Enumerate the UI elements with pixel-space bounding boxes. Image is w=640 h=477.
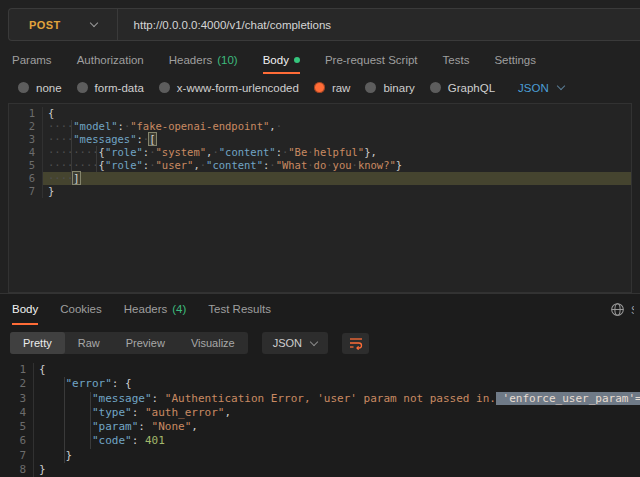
tab-label: Settings <box>494 54 536 66</box>
code-line[interactable]: 7} <box>9 185 631 198</box>
code-line[interactable]: 5 "param": "None", <box>0 420 640 434</box>
line-number: 3 <box>0 392 34 406</box>
body-modified-dot-icon <box>294 57 300 63</box>
body-type-bar: none form-data x-www-form-urlencoded raw… <box>0 74 640 101</box>
tab-label: Pre-request Script <box>325 54 418 66</box>
body-type-none[interactable]: none <box>18 82 62 94</box>
radio-icon <box>365 82 376 93</box>
response-format-dropdown[interactable]: JSON <box>262 332 328 354</box>
code-line[interactable]: 6····] <box>9 172 631 185</box>
response-header-right: S <box>610 294 640 325</box>
tab-settings[interactable]: Settings <box>494 47 536 74</box>
wrap-text-button[interactable] <box>342 333 369 354</box>
view-pretty[interactable]: Pretty <box>10 332 65 354</box>
line-number: 1 <box>0 363 34 377</box>
code-line[interactable]: 4 "type": "auth_error", <box>0 406 640 420</box>
body-type-label: form-data <box>95 82 144 94</box>
line-number: 2 <box>0 377 34 391</box>
response-tab-body[interactable]: Body <box>12 294 38 325</box>
tab-params[interactable]: Params <box>12 47 52 74</box>
code-line[interactable]: 1{ <box>0 363 640 377</box>
body-type-label: x-www-form-urlencoded <box>177 82 299 94</box>
response-tab-headers[interactable]: Headers (4) <box>124 294 187 325</box>
code-line[interactable]: 8} <box>0 463 640 477</box>
view-preview[interactable]: Preview <box>113 332 178 354</box>
radio-icon <box>18 82 29 93</box>
line-number: 3 <box>9 133 43 146</box>
line-number: 6 <box>0 434 34 448</box>
body-type-label: none <box>36 82 62 94</box>
tab-label: Headers <box>124 303 167 315</box>
body-type-binary[interactable]: binary <box>365 82 414 94</box>
tab-label: Authorization <box>77 54 144 66</box>
response-code[interactable]: 1{2 "error": {3 "message": "Authenticati… <box>0 363 640 477</box>
chevron-down-icon <box>556 82 564 90</box>
tab-label: Cookies <box>60 303 102 315</box>
request-tabs: Params Authorization Headers (10) Body P… <box>0 47 640 74</box>
code-line[interactable]: 3 "message": "Authentication Error, 'use… <box>0 392 640 406</box>
view-visualize[interactable]: Visualize <box>178 332 248 354</box>
body-type-raw[interactable]: raw <box>314 82 351 94</box>
view-raw[interactable]: Raw <box>65 332 113 354</box>
raw-format-value: JSON <box>518 82 549 94</box>
code-line[interactable]: 5········{"role":·"user",·"content":·"Wh… <box>9 159 631 172</box>
tab-label: Test Results <box>208 303 271 315</box>
tab-tests[interactable]: Tests <box>443 47 470 74</box>
code-line[interactable]: 6 "code": 401 <box>0 434 640 448</box>
method-dropdown[interactable]: POST <box>9 9 118 40</box>
response-tabs: Body Cookies Headers (4) Test Results S <box>0 294 640 325</box>
response-view-switch: Pretty Raw Preview Visualize <box>10 332 248 354</box>
tab-authorization[interactable]: Authorization <box>77 47 144 74</box>
code-line[interactable]: 4········{"role":·"system",·"content":·"… <box>9 146 631 159</box>
chevron-down-icon <box>89 19 97 27</box>
method-label: POST <box>29 19 61 31</box>
line-number: 4 <box>9 146 43 159</box>
code-line[interactable]: 1{ <box>9 107 631 120</box>
code-line[interactable]: 7 } <box>0 449 640 463</box>
tab-label: Body <box>263 54 289 66</box>
line-number: 7 <box>9 185 43 198</box>
request-url-bar: POST http://0.0.0.0:4000/v1/chat/complet… <box>8 8 640 41</box>
response-toolbar: Pretty Raw Preview Visualize JSON <box>10 332 640 354</box>
headers-count-badge: (4) <box>172 303 186 315</box>
url-input[interactable]: http://0.0.0.0:4000/v1/chat/completions <box>118 19 332 31</box>
raw-format-dropdown[interactable]: JSON <box>518 82 564 94</box>
line-number: 1 <box>9 107 43 120</box>
tab-pre-request-script[interactable]: Pre-request Script <box>325 47 418 74</box>
response-tab-cookies[interactable]: Cookies <box>60 294 102 325</box>
clipped-status-text: S <box>631 304 634 316</box>
globe-icon[interactable] <box>610 302 625 317</box>
body-type-label: binary <box>383 82 414 94</box>
body-type-graphql[interactable]: GraphQL <box>430 82 495 94</box>
radio-selected-icon <box>314 82 325 93</box>
body-type-label: raw <box>332 82 351 94</box>
response-body-viewer[interactable]: 1{2 "error": {3 "message": "Authenticati… <box>0 361 640 477</box>
request-body-editor[interactable]: 1{2····"model":·"fake-openai-endpoint",·… <box>8 103 632 293</box>
wrap-text-icon <box>349 336 363 350</box>
tab-label: Headers <box>169 54 212 66</box>
response-format-value: JSON <box>273 337 302 349</box>
radio-icon <box>430 82 441 93</box>
tab-body[interactable]: Body <box>263 47 300 74</box>
request-code[interactable]: 1{2····"model":·"fake-openai-endpoint",·… <box>9 107 631 198</box>
body-type-form-data[interactable]: form-data <box>77 82 144 94</box>
body-type-label: GraphQL <box>448 82 495 94</box>
tab-label: Tests <box>443 54 470 66</box>
line-number: 5 <box>0 420 34 434</box>
radio-icon <box>77 82 88 93</box>
line-number: 2 <box>9 120 43 133</box>
response-tab-test-results[interactable]: Test Results <box>208 294 271 325</box>
response-section: Body Cookies Headers (4) Test Results S … <box>0 293 640 477</box>
chevron-down-icon <box>310 337 318 345</box>
body-type-urlencoded[interactable]: x-www-form-urlencoded <box>159 82 299 94</box>
code-line[interactable]: 3····"messages":·[ <box>9 133 631 146</box>
tab-label: Params <box>12 54 52 66</box>
line-number: 4 <box>0 406 34 420</box>
radio-icon <box>159 82 170 93</box>
code-line[interactable]: 2 "error": { <box>0 377 640 391</box>
line-number: 8 <box>0 463 34 477</box>
line-number: 5 <box>9 159 43 172</box>
code-line[interactable]: 2····"model":·"fake-openai-endpoint",· <box>9 120 631 133</box>
tab-headers[interactable]: Headers (10) <box>169 47 238 74</box>
tab-label: Body <box>12 303 38 315</box>
